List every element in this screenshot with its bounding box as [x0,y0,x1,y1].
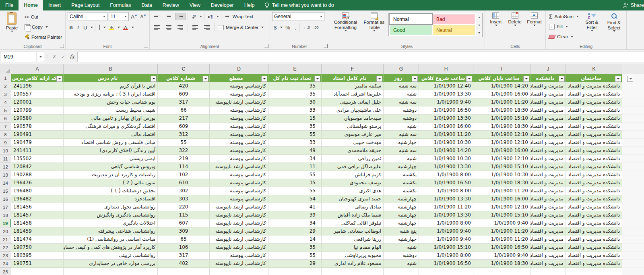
grid-cell-D12[interactable]: کارشناسي ارشد ناپیوسته [210,163,268,171]
currency-button[interactable]: $ [272,23,278,32]
grid-cell-J21[interactable]: مدیریت و اقتصاد [530,235,566,244]
grid-cell-H4[interactable]: 1/0/1900 9:40 [419,98,473,106]
grid-cell-D15[interactable]: کارشناسي پیوسته [210,187,268,195]
row-header-3[interactable]: 3 [0,90,11,98]
grid-cell-J12[interactable]: مدیریت و اقتصاد [530,163,566,171]
grid-cell-A10[interactable]: 241411 [11,147,64,155]
grid-cell-I4[interactable]: 1/0/1900 11:20 [473,98,530,106]
grid-cell-G8[interactable]: سه شنبه [384,131,419,139]
gallery-more-button[interactable]: ▼ [476,29,482,37]
table-header-cell-K[interactable]: ساختمان [566,74,622,82]
table-header-cell-E[interactable]: تعداد ثبت نام کل [268,74,322,82]
grid-cell-E24[interactable]: 29 [268,260,322,268]
table-header-cell-B[interactable]: نام درس [64,74,158,82]
grid-cell-B10[interactable]: آیین زندگی (اخلاق کاربردی) [64,147,158,155]
grid-cell-K15[interactable]: دانشکده مدیریت و اقتصاد [566,187,622,195]
style-gallery-item-bad[interactable]: Bad [433,14,475,24]
style-gallery-item-normal[interactable]: Normal [390,14,432,24]
grid-cell-F17[interactable]: صادق رضائی [322,203,384,211]
row-header-19[interactable]: 19 [0,219,11,227]
grid-cell-D9[interactable]: کارشناسي پیوسته [210,139,268,147]
grid-cell-E19[interactable]: 34 [268,219,322,227]
grid-cell-A20[interactable]: 181459 [11,227,64,235]
font-family-select[interactable]: Calibri [68,12,107,21]
grid-cell-D8[interactable]: کارشناسي پیوسته [210,131,268,139]
grid-cell-G25[interactable] [384,268,419,275]
sort-filter-button[interactable]: AZ Sort & Filter [582,12,602,42]
grid-cell-J7[interactable]: مدیریت و اقتصاد [530,123,566,131]
grid-cell-I16[interactable]: 1/0/1900 16:00 [473,195,530,203]
grid-cell-D13[interactable]: کارشناسي پیوسته [210,171,268,179]
autosum-button[interactable]: Σ AutoSum [548,12,580,21]
filter-button-A[interactable] [56,76,62,82]
grid-cell-D22[interactable]: کارشناسي ارشد ناپیوسته [210,244,268,252]
name-box-dropdown[interactable] [36,52,44,62]
grid-cell-G23[interactable]: دوشنبه [384,252,419,260]
orientation-button[interactable]: ab [190,13,198,20]
orientation-dropdown-icon[interactable] [200,16,202,17]
grid-cell-J11[interactable]: مدیریت و اقتصاد [530,155,566,163]
grid-cell-B3[interactable]: اقتصاد ایران ( 3 ) : برنامه ریزی و بودجه [64,90,158,98]
cut-button[interactable]: ✂ Cut [23,12,63,21]
grid-cell-I8[interactable]: 1/0/1900 12:10 [473,131,530,139]
grid-cell-D19[interactable]: کارشناسي ارشد ناپیوسته [210,219,268,227]
grid-cell-H11[interactable]: 1/0/1900 10:30 [419,155,473,163]
grid-cell-F23[interactable]: محبوبه پربرتاوشی [322,252,384,260]
grid-cell-A24[interactable]: 190751 [11,260,64,268]
grid-cell-B4[interactable]: بوم شناسی حیات وحش [64,98,158,106]
column-header-I[interactable]: I [473,64,530,74]
grid-cell-A8[interactable]: 190491 [11,131,64,139]
row-header-1[interactable]: 1 [0,74,11,82]
grid-cell-F19[interactable]: نیلوفر اقائی کماکلی [322,219,384,227]
ribbon-tab-data[interactable]: Data [136,0,157,10]
grid-cell-G18[interactable]: چهارشنبه [384,211,419,219]
grid-cell-J14[interactable]: مدیریت و اقتصاد [530,179,566,187]
grid-cell-K19[interactable]: دانشکده مدیریت و اقتصاد [566,219,622,227]
grid-cell-A17[interactable]: 181456 [11,203,64,211]
grid-cell-A6[interactable]: 190580 [11,115,64,123]
table-header-cell-H[interactable]: ساعت شروع کلاس [419,74,473,82]
column-header-K[interactable]: K [566,64,622,74]
grid-cell-J24[interactable]: مدیریت و اقتصاد [530,260,566,268]
grid-cell-J3[interactable]: مدیریت و اقتصاد [530,90,566,98]
select-all-corner[interactable] [0,64,11,74]
grid-cell-J20[interactable]: مدیریت و اقتصاد [530,227,566,235]
grid-cell-K25[interactable] [566,268,622,275]
grid-cell-C8[interactable]: 312 [158,131,210,139]
grid-cell-D16[interactable]: کارشناسي پیوسته [210,195,268,203]
row-header-20[interactable]: 20 [0,227,11,235]
conditional-formatting-button[interactable]: Conditional Formatting [331,12,360,42]
grid-cell-D10[interactable]: کارشناسي پیوسته [210,147,268,155]
extra-filter-button[interactable] [627,76,633,82]
grid-cell-A9[interactable]: 190479 [11,139,64,147]
grid-cell-K17[interactable]: دانشکده مدیریت و اقتصاد [566,203,622,211]
format-as-table-button[interactable]: Format as Table [361,12,387,42]
grid-cell-I22[interactable]: 1/0/1900 16:50 [473,244,530,252]
grid-cell-B20[interactable]: روانشناسی شناختی پیشرفته [64,227,158,235]
column-header-A[interactable]: A [11,64,64,74]
grid-cell-B5[interactable]: شیمی محیط زیست [64,106,158,115]
grid-cell-E5[interactable]: 33 [268,106,322,115]
grid-cell-K3[interactable]: دانشکده مدیریت و اقتصاد [566,90,622,98]
grid-cell-J15[interactable]: مدیریت و اقتصاد [530,187,566,195]
grid-cell-D21[interactable]: کارشناسي ارشد ناپیوسته [210,235,268,244]
grid-cell-A15[interactable]: 196480 [11,187,64,195]
row-header-11[interactable]: 11 [0,155,11,163]
paste-button[interactable]: Paste [2,12,22,42]
grid-cell-G10[interactable]: سه شنبه [384,147,419,155]
grid-cell-A22[interactable]: 190750 [11,244,64,252]
grid-cell-E4[interactable]: 30 [268,98,322,106]
align-bottom-button[interactable] [175,13,186,21]
grid-cell-H13[interactable]: 1/0/1900 8:00 [419,171,473,179]
grid-cell-H22[interactable]: 1/0/1900 15:10 [419,244,473,252]
grid-cell-B7[interactable]: اقتصاد گردشگری و میراث فرهنگی [64,123,158,131]
grid-cell-G15[interactable]: یکشنبه [384,187,419,195]
grid-cell-C16[interactable]: 303 [158,195,210,203]
grid-cell-F20[interactable]: ابوطالب سعادتی شامیر [322,227,384,235]
grid-cell-I19[interactable]: 1/0/1900 9:40 [473,219,530,227]
grid-cell-A5[interactable]: 120799 [11,106,64,115]
grid-cell-J23[interactable]: مدیریت و اقتصاد [530,252,566,260]
ribbon-tab-page-layout[interactable]: Page Layout [66,0,105,10]
grid-cell-D4[interactable]: کارشناسي ارشد ناپیوسته [210,98,268,106]
grid-cell-F9[interactable]: مهدخت حبیبی [322,139,384,147]
